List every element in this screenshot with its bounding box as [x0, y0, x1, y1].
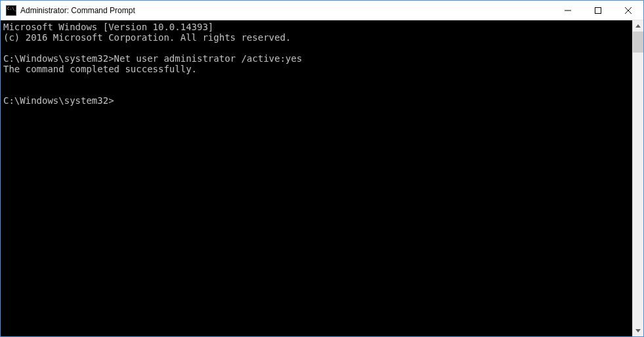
titlebar[interactable]: Administrator: Command Prompt [1, 1, 643, 20]
window-controls [553, 1, 643, 20]
copyright-line: (c) 2016 Microsoft Corporation. All righ… [3, 32, 291, 43]
command-result: The command completed successfully. [3, 64, 197, 74]
close-icon [625, 7, 632, 14]
terminal-output[interactable]: Microsoft Windows [Version 10.0.14393] (… [1, 20, 632, 336]
svg-rect-1 [595, 7, 601, 13]
scrollbar-thumb[interactable] [633, 32, 643, 53]
vertical-scrollbar[interactable] [632, 20, 643, 336]
typed-command: Net user administrator /active:yes [114, 53, 303, 64]
minimize-icon [565, 7, 571, 14]
chevron-down-icon [635, 329, 641, 332]
prompt-path: C:\Windows\system32> [3, 53, 114, 64]
scrollbar-track[interactable] [633, 32, 643, 325]
minimize-button[interactable] [553, 1, 583, 20]
window-title: Administrator: Command Prompt [20, 6, 135, 15]
maximize-icon [595, 7, 601, 14]
maximize-button[interactable] [583, 1, 613, 20]
close-button[interactable] [613, 1, 643, 20]
scroll-down-button[interactable] [633, 325, 643, 336]
os-version-line: Microsoft Windows [Version 10.0.14393] [3, 22, 213, 32]
prompt-path: C:\Windows\system32> [3, 95, 114, 106]
chevron-up-icon [635, 24, 641, 28]
client-area: Microsoft Windows [Version 10.0.14393] (… [1, 20, 643, 336]
command-prompt-window: Administrator: Command Prompt Microsoft … [0, 0, 644, 337]
scroll-up-button[interactable] [633, 20, 643, 32]
cmd-icon [6, 5, 16, 16]
